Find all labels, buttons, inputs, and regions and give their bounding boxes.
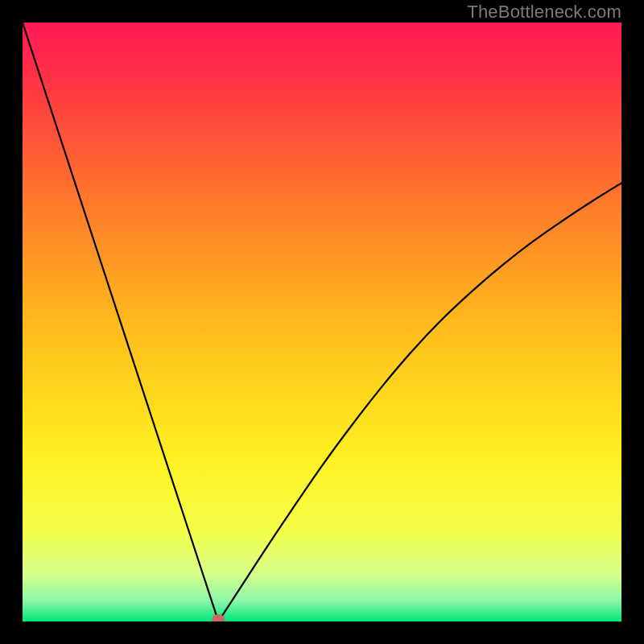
- gradient-backdrop: [23, 23, 621, 621]
- chart-svg: [23, 23, 621, 621]
- chart-container: TheBottleneck.com: [0, 0, 644, 644]
- attribution-text: TheBottleneck.com: [467, 2, 621, 23]
